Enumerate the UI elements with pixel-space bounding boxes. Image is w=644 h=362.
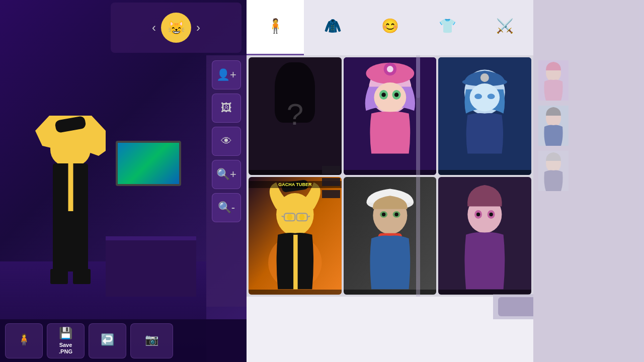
- overlay-your-oc-text: [322, 178, 340, 186]
- svg-point-41: [476, 213, 480, 216]
- background-icon: 🖼: [221, 102, 232, 115]
- shoe-left: [50, 269, 68, 284]
- svg-point-34: [382, 213, 385, 216]
- undo-button[interactable]: ↩️: [89, 323, 126, 358]
- tab-head[interactable]: 😊: [361, 0, 419, 55]
- next-character-button[interactable]: ›: [196, 21, 200, 35]
- svg-point-4: [387, 66, 393, 72]
- default-girl-icon: [538, 60, 569, 101]
- zoom-out-button[interactable]: 🔍-: [212, 193, 241, 222]
- action-row: Copy Bg ON: [493, 294, 533, 319]
- background-button[interactable]: 🖼: [212, 94, 241, 123]
- add-character-icon: 👤+: [216, 68, 236, 81]
- eye-icon: 👁: [221, 135, 232, 148]
- ramunade-label: [344, 290, 437, 295]
- save-label: Save.PNG: [59, 342, 72, 354]
- blurred-char-rein: [538, 151, 639, 191]
- character-portrait: 😸: [161, 13, 191, 43]
- svg-point-15: [474, 94, 482, 99]
- game-area: ‹ 😸 › 👤+ 🖼 👁 🔍+ 🔍- 🧍 💾 Save.PNG: [0, 0, 247, 362]
- monitor-screen: [118, 143, 179, 184]
- question-mark-icon: ?: [287, 97, 303, 132]
- blurred-characters: [533, 0, 644, 196]
- zoom-out-icon: 🔍-: [218, 201, 235, 214]
- tab-bar: 🧍 🧥 😊 👕 ⚔️: [247, 0, 533, 55]
- other-tab-icon: ⚔️: [496, 18, 514, 34]
- svg-point-14: [470, 83, 500, 111]
- character-legs: [53, 211, 88, 272]
- overlay-text-area: [322, 166, 538, 200]
- visibility-button[interactable]: 👁: [212, 127, 241, 156]
- zoom-in-button[interactable]: 🔍+: [212, 160, 241, 189]
- shoe-right: [73, 269, 91, 284]
- tab-clothes[interactable]: 👕: [419, 0, 476, 55]
- add-character-button[interactable]: 👤+: [212, 60, 241, 89]
- bottom-action-bar: 🧍 💾 Save.PNG ↩️ 📷: [0, 319, 247, 362]
- svg-point-5: [374, 82, 406, 113]
- presets-tab-icon: 🧍: [267, 18, 284, 34]
- zoom-in-icon: 🔍+: [216, 168, 236, 181]
- character-shoes: [50, 269, 91, 284]
- blurred-right-panel: [533, 0, 644, 362]
- dj-card-bg: [344, 57, 437, 175]
- studio-icon: 📷: [145, 333, 158, 346]
- monitor: [116, 141, 181, 186]
- character-head: [50, 126, 91, 166]
- prev-character-button[interactable]: ‹: [152, 21, 156, 35]
- svg-point-27: [299, 214, 305, 220]
- scrollbar-thumb[interactable]: [416, 58, 420, 98]
- sixth-label: [438, 290, 531, 295]
- blurred-char-default-boy: [538, 106, 639, 146]
- character-name-bar: ‹ 😸 ›: [111, 3, 242, 53]
- sidebar-tools: 👤+ 🖼 👁 🔍+ 🔍-: [206, 55, 247, 307]
- svg-rect-28: [293, 235, 298, 289]
- svg-point-13: [480, 73, 489, 82]
- tab-body[interactable]: 🧥: [304, 0, 361, 55]
- rein-icon: [538, 151, 569, 191]
- all-copy-button[interactable]: [498, 297, 533, 316]
- preset-third[interactable]: [438, 57, 531, 175]
- head-tab-icon: 😊: [381, 18, 399, 34]
- svg-point-26: [287, 214, 292, 220]
- svg-point-16: [488, 94, 495, 99]
- tab-presets[interactable]: 🧍: [247, 0, 304, 55]
- tab-other[interactable]: ⚔️: [476, 0, 533, 55]
- studio-button[interactable]: 📷: [130, 323, 173, 358]
- clothes-tab-icon: 👕: [439, 18, 456, 34]
- undo-icon: ↩️: [101, 333, 114, 346]
- svg-point-35: [394, 213, 398, 216]
- save-icon: 💾: [59, 327, 72, 340]
- third-card-bg: [438, 57, 531, 175]
- overlay-preset-text: [322, 190, 340, 198]
- svg-point-8: [381, 93, 386, 97]
- goldie-label: [249, 290, 342, 295]
- character-stripe: [68, 163, 73, 214]
- preset-random[interactable]: ?: [249, 57, 342, 175]
- svg-point-42: [490, 213, 493, 216]
- preset-gacha-dj[interactable]: [344, 57, 437, 175]
- svg-point-9: [394, 93, 399, 97]
- overlay-make-text: [322, 166, 340, 174]
- stand-icon: 🧍: [17, 333, 31, 346]
- stand-button[interactable]: 🧍: [5, 323, 43, 358]
- character-body: [40, 126, 101, 297]
- character-display: [20, 106, 121, 297]
- body-tab-icon: 🧥: [324, 18, 342, 34]
- blurred-char-default-girl: [538, 60, 639, 101]
- default-boy-icon: [538, 106, 569, 146]
- save-png-button[interactable]: 💾 Save.PNG: [47, 323, 85, 358]
